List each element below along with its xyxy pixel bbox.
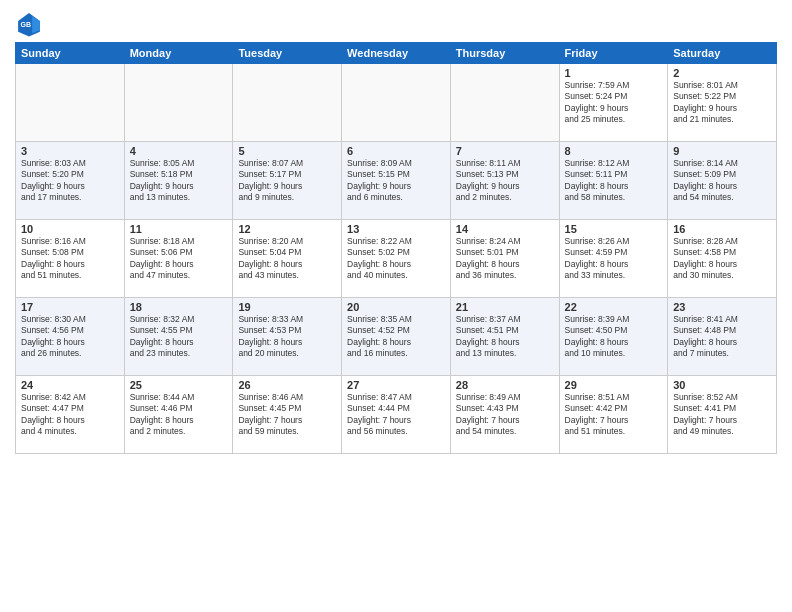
day-info: Sunrise: 7:59 AM Sunset: 5:24 PM Dayligh…	[565, 80, 663, 126]
day-number: 19	[238, 301, 336, 313]
day-info: Sunrise: 8:01 AM Sunset: 5:22 PM Dayligh…	[673, 80, 771, 126]
calendar-day-cell: 19Sunrise: 8:33 AM Sunset: 4:53 PM Dayli…	[233, 298, 342, 376]
day-info: Sunrise: 8:05 AM Sunset: 5:18 PM Dayligh…	[130, 158, 228, 204]
day-number: 30	[673, 379, 771, 391]
calendar-week-row: 10Sunrise: 8:16 AM Sunset: 5:08 PM Dayli…	[16, 220, 777, 298]
day-number: 27	[347, 379, 445, 391]
header: GB	[15, 10, 777, 38]
day-number: 7	[456, 145, 554, 157]
calendar-weekday-header: Friday	[559, 43, 668, 64]
calendar-day-cell: 28Sunrise: 8:49 AM Sunset: 4:43 PM Dayli…	[450, 376, 559, 454]
day-info: Sunrise: 8:46 AM Sunset: 4:45 PM Dayligh…	[238, 392, 336, 438]
calendar-day-cell: 9Sunrise: 8:14 AM Sunset: 5:09 PM Daylig…	[668, 142, 777, 220]
calendar-day-cell: 24Sunrise: 8:42 AM Sunset: 4:47 PM Dayli…	[16, 376, 125, 454]
calendar-day-cell: 7Sunrise: 8:11 AM Sunset: 5:13 PM Daylig…	[450, 142, 559, 220]
day-info: Sunrise: 8:09 AM Sunset: 5:15 PM Dayligh…	[347, 158, 445, 204]
day-info: Sunrise: 8:49 AM Sunset: 4:43 PM Dayligh…	[456, 392, 554, 438]
calendar-weekday-header: Sunday	[16, 43, 125, 64]
day-number: 6	[347, 145, 445, 157]
day-number: 22	[565, 301, 663, 313]
calendar-week-row: 1Sunrise: 7:59 AM Sunset: 5:24 PM Daylig…	[16, 64, 777, 142]
calendar-day-cell: 30Sunrise: 8:52 AM Sunset: 4:41 PM Dayli…	[668, 376, 777, 454]
day-number: 26	[238, 379, 336, 391]
day-number: 18	[130, 301, 228, 313]
day-info: Sunrise: 8:39 AM Sunset: 4:50 PM Dayligh…	[565, 314, 663, 360]
calendar-day-cell	[124, 64, 233, 142]
calendar-day-cell: 27Sunrise: 8:47 AM Sunset: 4:44 PM Dayli…	[342, 376, 451, 454]
calendar-day-cell	[342, 64, 451, 142]
day-info: Sunrise: 8:11 AM Sunset: 5:13 PM Dayligh…	[456, 158, 554, 204]
day-info: Sunrise: 8:32 AM Sunset: 4:55 PM Dayligh…	[130, 314, 228, 360]
day-number: 15	[565, 223, 663, 235]
calendar-weekday-header: Thursday	[450, 43, 559, 64]
calendar-weekday-header: Monday	[124, 43, 233, 64]
calendar-day-cell	[16, 64, 125, 142]
day-info: Sunrise: 8:35 AM Sunset: 4:52 PM Dayligh…	[347, 314, 445, 360]
day-number: 29	[565, 379, 663, 391]
calendar-day-cell: 10Sunrise: 8:16 AM Sunset: 5:08 PM Dayli…	[16, 220, 125, 298]
calendar-day-cell: 5Sunrise: 8:07 AM Sunset: 5:17 PM Daylig…	[233, 142, 342, 220]
day-number: 13	[347, 223, 445, 235]
calendar-day-cell: 13Sunrise: 8:22 AM Sunset: 5:02 PM Dayli…	[342, 220, 451, 298]
calendar-day-cell: 2Sunrise: 8:01 AM Sunset: 5:22 PM Daylig…	[668, 64, 777, 142]
day-info: Sunrise: 8:16 AM Sunset: 5:08 PM Dayligh…	[21, 236, 119, 282]
calendar-week-row: 24Sunrise: 8:42 AM Sunset: 4:47 PM Dayli…	[16, 376, 777, 454]
calendar-day-cell: 14Sunrise: 8:24 AM Sunset: 5:01 PM Dayli…	[450, 220, 559, 298]
day-number: 20	[347, 301, 445, 313]
calendar-day-cell: 1Sunrise: 7:59 AM Sunset: 5:24 PM Daylig…	[559, 64, 668, 142]
day-info: Sunrise: 8:30 AM Sunset: 4:56 PM Dayligh…	[21, 314, 119, 360]
day-info: Sunrise: 8:44 AM Sunset: 4:46 PM Dayligh…	[130, 392, 228, 438]
day-info: Sunrise: 8:26 AM Sunset: 4:59 PM Dayligh…	[565, 236, 663, 282]
calendar-day-cell: 26Sunrise: 8:46 AM Sunset: 4:45 PM Dayli…	[233, 376, 342, 454]
day-number: 9	[673, 145, 771, 157]
calendar-day-cell: 4Sunrise: 8:05 AM Sunset: 5:18 PM Daylig…	[124, 142, 233, 220]
logo-icon: GB	[15, 10, 43, 38]
calendar-day-cell: 11Sunrise: 8:18 AM Sunset: 5:06 PM Dayli…	[124, 220, 233, 298]
day-info: Sunrise: 8:12 AM Sunset: 5:11 PM Dayligh…	[565, 158, 663, 204]
day-info: Sunrise: 8:51 AM Sunset: 4:42 PM Dayligh…	[565, 392, 663, 438]
logo: GB	[15, 10, 47, 38]
calendar: SundayMondayTuesdayWednesdayThursdayFrid…	[15, 42, 777, 454]
day-info: Sunrise: 8:24 AM Sunset: 5:01 PM Dayligh…	[456, 236, 554, 282]
page: GB SundayMondayTuesdayWednesdayThursdayF…	[0, 0, 792, 612]
day-number: 5	[238, 145, 336, 157]
day-number: 21	[456, 301, 554, 313]
day-number: 17	[21, 301, 119, 313]
calendar-day-cell: 15Sunrise: 8:26 AM Sunset: 4:59 PM Dayli…	[559, 220, 668, 298]
calendar-week-row: 3Sunrise: 8:03 AM Sunset: 5:20 PM Daylig…	[16, 142, 777, 220]
day-number: 10	[21, 223, 119, 235]
calendar-day-cell: 8Sunrise: 8:12 AM Sunset: 5:11 PM Daylig…	[559, 142, 668, 220]
calendar-day-cell: 20Sunrise: 8:35 AM Sunset: 4:52 PM Dayli…	[342, 298, 451, 376]
calendar-header-row: SundayMondayTuesdayWednesdayThursdayFrid…	[16, 43, 777, 64]
day-info: Sunrise: 8:37 AM Sunset: 4:51 PM Dayligh…	[456, 314, 554, 360]
calendar-weekday-header: Saturday	[668, 43, 777, 64]
calendar-day-cell	[450, 64, 559, 142]
day-info: Sunrise: 8:47 AM Sunset: 4:44 PM Dayligh…	[347, 392, 445, 438]
day-number: 28	[456, 379, 554, 391]
calendar-weekday-header: Tuesday	[233, 43, 342, 64]
calendar-day-cell: 29Sunrise: 8:51 AM Sunset: 4:42 PM Dayli…	[559, 376, 668, 454]
day-info: Sunrise: 8:14 AM Sunset: 5:09 PM Dayligh…	[673, 158, 771, 204]
day-info: Sunrise: 8:20 AM Sunset: 5:04 PM Dayligh…	[238, 236, 336, 282]
calendar-day-cell: 18Sunrise: 8:32 AM Sunset: 4:55 PM Dayli…	[124, 298, 233, 376]
calendar-weekday-header: Wednesday	[342, 43, 451, 64]
svg-text:GB: GB	[20, 21, 31, 28]
day-info: Sunrise: 8:41 AM Sunset: 4:48 PM Dayligh…	[673, 314, 771, 360]
day-info: Sunrise: 8:03 AM Sunset: 5:20 PM Dayligh…	[21, 158, 119, 204]
day-number: 4	[130, 145, 228, 157]
day-info: Sunrise: 8:07 AM Sunset: 5:17 PM Dayligh…	[238, 158, 336, 204]
day-info: Sunrise: 8:33 AM Sunset: 4:53 PM Dayligh…	[238, 314, 336, 360]
day-info: Sunrise: 8:42 AM Sunset: 4:47 PM Dayligh…	[21, 392, 119, 438]
day-number: 3	[21, 145, 119, 157]
calendar-day-cell: 25Sunrise: 8:44 AM Sunset: 4:46 PM Dayli…	[124, 376, 233, 454]
day-info: Sunrise: 8:18 AM Sunset: 5:06 PM Dayligh…	[130, 236, 228, 282]
day-info: Sunrise: 8:52 AM Sunset: 4:41 PM Dayligh…	[673, 392, 771, 438]
calendar-day-cell: 23Sunrise: 8:41 AM Sunset: 4:48 PM Dayli…	[668, 298, 777, 376]
day-number: 16	[673, 223, 771, 235]
day-number: 12	[238, 223, 336, 235]
day-number: 11	[130, 223, 228, 235]
day-number: 24	[21, 379, 119, 391]
calendar-day-cell: 16Sunrise: 8:28 AM Sunset: 4:58 PM Dayli…	[668, 220, 777, 298]
day-number: 14	[456, 223, 554, 235]
calendar-day-cell: 17Sunrise: 8:30 AM Sunset: 4:56 PM Dayli…	[16, 298, 125, 376]
